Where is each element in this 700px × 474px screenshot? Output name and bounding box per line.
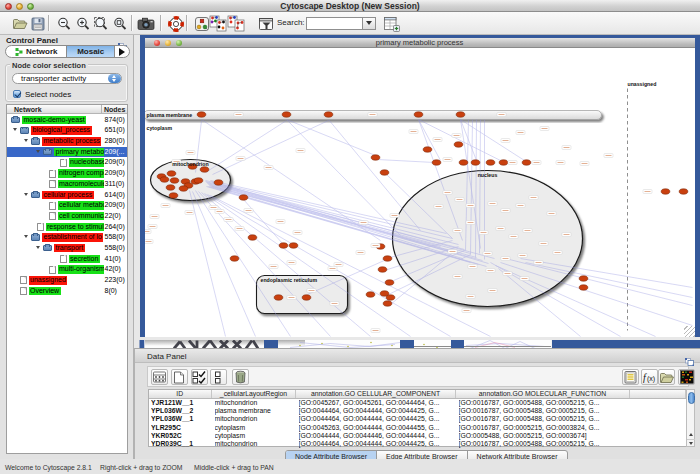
snapshot-icon[interactable] [137,14,156,33]
expand-arrow-icon[interactable] [36,150,40,155]
expand-arrow-icon[interactable] [36,246,40,251]
expand-arrow-icon[interactable] [13,128,17,133]
save-icon[interactable] [29,14,48,33]
label-icon[interactable] [622,369,639,385]
unselect-attributes-icon[interactable] [210,369,227,385]
graph-node[interactable] [522,160,531,165]
tree-row-primary-metabo[interactable]: primary metabo209(... [7,147,127,158]
graph-node[interactable] [200,167,209,172]
attribute-row-YLR295C[interactable]: YLR295Ccytoplasm[GO:0045263, GO:0044444,… [149,424,686,432]
network-canvas[interactable]: plasma membranecytoplasmmitochondrionnuc… [145,48,695,337]
minimize-button[interactable] [16,3,23,10]
close-button[interactable] [5,3,12,10]
open-file-icon[interactable] [10,14,29,33]
scrollbar-thumb[interactable] [688,392,695,404]
graph-node[interactable] [248,235,257,240]
zoom-selected-icon[interactable] [111,14,130,33]
graph-node[interactable] [214,180,223,185]
graph-node[interactable] [289,243,298,248]
attribute-grid-icon[interactable] [151,369,168,385]
expand-arrow-icon[interactable] [24,193,28,198]
select-attributes-icon[interactable] [191,369,208,385]
graph-node[interactable] [459,160,468,165]
zoom-out-icon[interactable] [55,14,74,33]
graph-node[interactable] [380,170,389,175]
zoom-view-button[interactable] [176,40,182,46]
tab-mosaic[interactable]: Mosaic [67,46,115,57]
graph-node[interactable] [366,292,375,297]
graph-node[interactable] [324,112,333,117]
graph-node[interactable] [486,160,495,165]
graph-node[interactable] [378,267,387,272]
tab-network[interactable]: Network [6,46,67,57]
attribute-row-YJR121W__1[interactable]: YJR121W__1mitochondrion[GO:0045267, GO:0… [149,399,686,407]
attribute-row-YPL036W__1[interactable]: YPL036W__1mitochondrion[GO:0044464, GO:0… [149,415,686,423]
delete-attribute-icon[interactable] [232,369,249,385]
graph-node[interactable] [454,142,463,147]
graph-node[interactable] [166,185,175,190]
graph-node[interactable] [239,195,248,200]
import-attributes-icon[interactable] [658,369,675,385]
tree-row-macromolecule[interactable]: macromolecule311(0) [7,179,127,190]
graph-node[interactable] [471,160,480,165]
graph-node[interactable] [170,178,179,183]
window-resize-grip[interactable] [684,326,695,337]
tree-row-cellular-process[interactable]: cellular process614(0) [7,189,127,200]
graph-node[interactable] [179,186,188,191]
graph-node[interactable] [194,178,203,183]
graph-node[interactable] [282,112,291,117]
tree-row-multi-organism-pro[interactable]: multi-organism pro42(0) [7,264,127,275]
graph-node[interactable] [423,147,432,152]
attribute-row-YKR052C[interactable]: YKR052Ccytoplasm[GO:0044444, GO:0044446,… [149,432,686,440]
graph-node[interactable] [160,177,169,182]
duplicate-network-icon[interactable] [208,14,227,33]
tree-row-secretion[interactable]: secretion41(0) [7,253,127,264]
tab-overflow-arrow[interactable] [115,46,129,57]
tree-row-response-to-stimul[interactable]: response to stimul264(0) [7,221,127,232]
graph-node[interactable] [432,160,441,165]
help-icon[interactable] [167,14,186,33]
column-header-annotation.GO MOLECULAR_FUNCTION[interactable]: annotation.GO MOLECULAR_FUNCTION [456,390,630,398]
graph-node[interactable] [386,295,395,300]
graph-node[interactable] [679,189,688,194]
graph-node[interactable] [383,256,392,261]
tree-row-unassigned[interactable]: unassigned223(0) [7,275,127,286]
tree-row-nitrogen-compo[interactable]: nitrogen compo209(0) [7,168,127,179]
column-header-ID[interactable]: ID [149,390,213,398]
graph-node[interactable] [579,276,588,281]
minimize-view-button[interactable] [165,40,171,46]
tree-row-metabolic-process[interactable]: metabolic process280(0) [7,136,127,147]
tree-row-nucleobase-[interactable]: nucleobase-209(0) [7,157,127,168]
close-view-button[interactable] [154,40,160,46]
tree-row-establishment-of-lo[interactable]: establishment of lo558(0) [7,232,127,243]
graph-node[interactable] [383,301,392,306]
graph-node[interactable] [579,285,588,290]
select-nodes-checkbox[interactable] [13,90,21,98]
tree-row-cellular-metabol[interactable]: cellular metabol209(0) [7,200,127,211]
search-dropdown-button[interactable] [362,17,376,30]
duplicate-view-icon[interactable] [226,14,245,33]
node-color-dropdown[interactable]: transporter activity [12,73,122,84]
zoom-window-button[interactable] [27,3,34,10]
attribute-row-YDR039C__1[interactable]: YDR039C__1mitochondrion[GO:0044464, GO:0… [149,440,686,448]
tree-row-cell-communicat[interactable]: cell communicat22(0) [7,211,127,222]
expand-arrow-icon[interactable] [24,235,28,240]
tree-row-transport[interactable]: transport558(0) [7,243,127,254]
graph-node[interactable] [279,243,288,248]
graph-node[interactable] [414,112,423,117]
tree-row-biological-process[interactable]: biological_process651(0) [7,125,127,136]
zoom-in-icon[interactable] [73,14,92,33]
column-header-_cellularLayoutRegion[interactable]: _cellularLayoutRegion [212,390,296,398]
new-attribute-icon[interactable] [171,369,188,385]
graph-node[interactable] [371,155,380,160]
graph-node[interactable] [197,112,206,117]
column-header-annotation.GO CELLULAR_COMPONENT[interactable]: annotation.GO CELLULAR_COMPONENT [296,390,456,398]
graph-node[interactable] [661,189,670,194]
graph-node[interactable] [230,256,239,261]
filter-icon[interactable] [257,14,276,33]
zoom-fit-icon[interactable] [92,14,111,33]
graph-node[interactable] [456,112,465,117]
expand-arrow-icon[interactable] [24,139,28,144]
tree-row-overview[interactable]: Overview8(0) [7,286,127,297]
graph-node[interactable] [167,171,176,176]
